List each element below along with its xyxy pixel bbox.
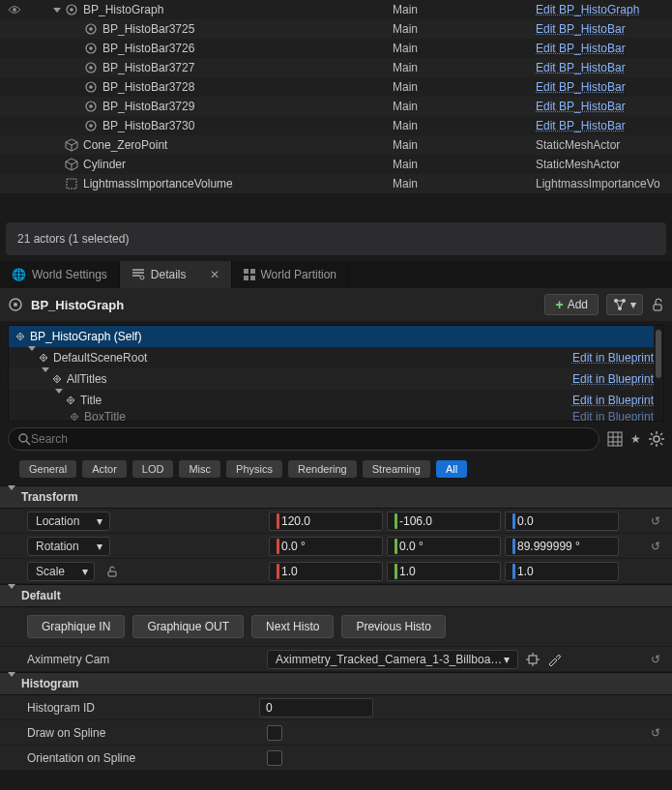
details-icon (131, 268, 145, 281)
type-column[interactable]: Edit BP_HistoBar (536, 100, 626, 113)
section-transform[interactable]: Transform (0, 485, 672, 509)
filter-chip-rendering[interactable]: Rendering (288, 460, 357, 478)
aximmetry-combo[interactable]: Aximmetry_Tracked_Camera_1-3_Billboards_… (267, 650, 518, 669)
type-column[interactable]: Edit BP_HistoBar (536, 42, 626, 55)
filter-chip-general[interactable]: General (19, 460, 76, 478)
filter-chip-streaming[interactable]: Streaming (363, 460, 430, 478)
reset-icon[interactable]: ↺ (651, 653, 660, 666)
filter-chip-lod[interactable]: LOD (132, 460, 174, 478)
edit-in-blueprint-link[interactable]: Edit in Blueprint (572, 411, 654, 422)
svg-point-2 (70, 8, 73, 12)
outliner-row[interactable]: BP_HistoGraphMainEdit BP_HistoGraph (0, 0, 672, 19)
svg-line-38 (26, 441, 30, 445)
histogram-id-label: Histogram ID (27, 701, 95, 715)
scale-y[interactable]: 1.0 (387, 562, 501, 581)
tab-world-partition[interactable]: World Partition (232, 261, 349, 288)
outliner-row[interactable]: LightmassImportanceVolumeMainLightmassIm… (0, 174, 672, 193)
default-button-graphique-out[interactable]: Graphique OUT (132, 615, 244, 638)
prop-scale: Scale ▾ 1.0 1.0 1.0 (0, 559, 672, 584)
outliner-row[interactable]: BP_HistoBar3725MainEdit BP_HistoBar (0, 19, 672, 39)
search-input[interactable] (31, 432, 589, 446)
outliner-row[interactable]: BP_HistoBar3728MainEdit BP_HistoBar (0, 77, 672, 97)
favorite-icon[interactable]: ★ (630, 432, 641, 446)
filter-chip-misc[interactable]: Misc (179, 460, 220, 478)
default-button-graphique-in[interactable]: Graphique IN (27, 615, 125, 638)
visibility-icon[interactable] (4, 5, 25, 15)
default-button-previous-histo[interactable]: Previous Histo (341, 615, 445, 638)
component-row[interactable]: DefaultSceneRootEdit in Blueprint (9, 347, 663, 368)
type-column[interactable]: Edit BP_HistoBar (536, 61, 626, 74)
reset-icon[interactable]: ↺ (651, 514, 660, 528)
outliner-row[interactable]: CylinderMainStaticMeshActor (0, 155, 672, 174)
filter-chips: GeneralActorLODMiscPhysicsRenderingStrea… (0, 456, 672, 485)
default-button-next-histo[interactable]: Next Histo (251, 615, 334, 638)
filter-chip-actor[interactable]: Actor (82, 460, 127, 478)
scrollbar[interactable] (654, 326, 663, 421)
filter-chip-physics[interactable]: Physics (226, 460, 282, 478)
rotation-x[interactable]: 0.0 ° (269, 537, 383, 556)
matrix-icon[interactable] (607, 431, 623, 447)
location-x[interactable]: 120.0 (269, 512, 383, 531)
actor-label: Cylinder (83, 158, 126, 171)
type-column[interactable]: Edit BP_HistoBar (536, 22, 626, 36)
chevron-down-icon[interactable] (28, 351, 36, 365)
lock-icon[interactable] (106, 566, 118, 577)
gear-icon[interactable] (649, 431, 664, 447)
add-component-button[interactable]: + Add (544, 294, 599, 315)
component-icon (65, 395, 76, 406)
outliner-row[interactable]: BP_HistoBar3729MainEdit BP_HistoBar (0, 97, 672, 116)
actor-label: BP_HistoGraph (83, 3, 163, 16)
type-column[interactable]: Edit BP_HistoGraph (536, 3, 639, 16)
component-row[interactable]: BP_HistoGraph (Self) (9, 326, 663, 347)
section-histogram[interactable]: Histogram (0, 672, 672, 695)
location-z[interactable]: 0.0 (505, 512, 619, 531)
scale-z[interactable]: 1.0 (505, 562, 619, 581)
eyedropper-icon[interactable] (547, 653, 561, 666)
lock-icon[interactable] (651, 298, 664, 311)
outliner-row[interactable]: BP_HistoBar3726MainEdit BP_HistoBar (0, 39, 672, 58)
scale-dropdown[interactable]: Scale ▾ (27, 562, 95, 581)
tab-world-settings[interactable]: 🌐 World Settings (0, 261, 120, 288)
type-column[interactable]: Edit BP_HistoBar (536, 119, 626, 132)
type-column[interactable]: Edit BP_HistoBar (536, 80, 626, 94)
component-row[interactable]: BoxTitleEdit in Blueprint (9, 411, 663, 422)
chevron-down-icon: ▾ (82, 565, 88, 578)
section-default[interactable]: Default (0, 584, 672, 607)
chevron-down-icon[interactable] (50, 8, 64, 13)
draw-on-spline-checkbox[interactable] (267, 725, 282, 741)
search-box[interactable] (8, 427, 599, 451)
location-dropdown[interactable]: Location ▾ (27, 512, 110, 531)
outliner-row[interactable]: Cone_ZeroPointMainStaticMeshActor (0, 135, 672, 155)
rotation-y[interactable]: 0.0 ° (387, 537, 501, 556)
actor-icon (8, 297, 23, 312)
location-y[interactable]: -106.0 (387, 512, 501, 531)
histogram-id-field[interactable]: 0 (259, 698, 373, 717)
filter-chip-all[interactable]: All (436, 460, 467, 478)
globe-icon: 🌐 (12, 268, 26, 281)
tab-details[interactable]: Details ✕ (120, 261, 232, 288)
prop-aximmetry-cam: Aximmetry Cam Aximmetry_Tracked_Camera_1… (0, 647, 672, 672)
scale-x[interactable]: 1.0 (269, 562, 383, 581)
rotation-z[interactable]: 89.999999 ° (505, 537, 619, 556)
reset-icon[interactable]: ↺ (651, 540, 660, 553)
close-icon[interactable]: ✕ (210, 268, 219, 281)
edit-in-blueprint-link[interactable]: Edit in Blueprint (572, 394, 654, 407)
component-row[interactable]: AllTitlesEdit in Blueprint (9, 368, 663, 390)
actor-type-icon (83, 61, 99, 74)
component-row[interactable]: TitleEdit in Blueprint (9, 390, 663, 411)
rotation-dropdown[interactable]: Rotation ▾ (27, 537, 110, 556)
section-title: Default (21, 589, 61, 602)
prop-rotation: Rotation ▾ 0.0 ° 0.0 ° 89.999999 ° ↺ (0, 534, 672, 559)
blueprint-dropdown-button[interactable]: ▾ (606, 294, 643, 315)
outliner-row[interactable]: BP_HistoBar3727MainEdit BP_HistoBar (0, 58, 672, 77)
edit-in-blueprint-link[interactable]: Edit in Blueprint (572, 372, 654, 386)
chevron-down-icon[interactable] (42, 372, 49, 386)
pick-icon[interactable] (526, 653, 540, 666)
add-label: Add (568, 298, 588, 311)
edit-in-blueprint-link[interactable]: Edit in Blueprint (572, 351, 654, 365)
orientation-checkbox[interactable] (267, 750, 282, 766)
outliner-row[interactable]: BP_HistoBar3730MainEdit BP_HistoBar (0, 116, 672, 135)
chevron-down-icon[interactable] (55, 394, 63, 407)
reset-icon[interactable]: ↺ (651, 726, 660, 740)
actor-type-icon (64, 3, 79, 16)
